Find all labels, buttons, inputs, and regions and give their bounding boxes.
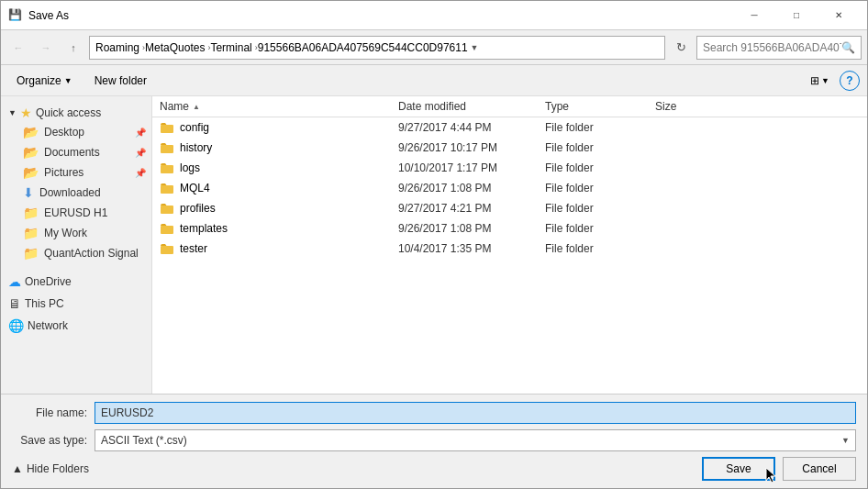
savetype-label: Save as type: — [12, 434, 95, 447]
folder-icon: 📂 — [23, 145, 39, 160]
file-date-cell: 10/10/2017 1:17 PM — [391, 161, 538, 174]
maximize-button[interactable]: □ — [775, 1, 818, 30]
folder-icon — [160, 241, 174, 256]
sidebar-thispc-header[interactable]: 🖥 This PC — [1, 291, 151, 313]
svg-rect-0 — [161, 125, 173, 133]
titlebar: 💾 Save As ─ □ ✕ — [1, 1, 867, 30]
column-type-header[interactable]: Type — [538, 100, 648, 113]
breadcrumb-guid[interactable]: 915566BA06ADA407569C544CC0D97611 ▼ — [258, 41, 479, 54]
file-date-cell: 9/26/2017 1:08 PM — [391, 222, 538, 235]
search-box: 🔍 — [696, 36, 862, 60]
svg-rect-5 — [161, 226, 173, 234]
table-row[interactable]: MQL4 9/26/2017 1:08 PM File folder — [152, 178, 867, 198]
folder-icon: 📁 — [23, 246, 39, 261]
view-chevron-icon: ▼ — [821, 76, 829, 85]
onedrive-icon: ☁ — [8, 274, 21, 289]
folder-icon — [160, 181, 174, 195]
sidebar-item-pictures[interactable]: 📂 Pictures 📌 — [1, 162, 151, 183]
svg-rect-4 — [161, 206, 173, 214]
save-button[interactable]: Save — [702, 457, 775, 481]
search-icon[interactable]: 🔍 — [841, 41, 855, 54]
view-button[interactable]: ⊞ ▼ — [806, 70, 834, 92]
bottom-bar: File name: Save as type: ASCII Text (*.c… — [1, 394, 867, 488]
table-row[interactable]: tester 10/4/2017 1:35 PM File folder — [152, 239, 867, 259]
folder-icon — [160, 120, 174, 135]
file-type-cell: File folder — [538, 141, 648, 154]
file-type-cell: File folder — [538, 182, 648, 194]
pin-icon: 📌 — [135, 148, 146, 158]
breadcrumb-dropdown-icon: ▼ — [471, 43, 479, 52]
forward-button[interactable]: → — [34, 36, 58, 60]
folder-icon — [160, 201, 174, 216]
select-arrow-icon: ▼ — [841, 436, 850, 445]
search-input[interactable] — [703, 41, 841, 54]
sidebar-item-eurusd-h1[interactable]: 📁 EURUSD H1 — [1, 203, 151, 223]
section-arrow-icon: ▼ — [8, 108, 17, 117]
organize-button[interactable]: Organize ▼ — [8, 70, 81, 92]
column-name-header[interactable]: Name ▲ — [152, 100, 391, 113]
file-type-cell: File folder — [538, 222, 648, 235]
folder-icon: 📁 — [23, 206, 39, 220]
filename-label: File name: — [12, 406, 95, 419]
sidebar-item-documents[interactable]: 📂 Documents 📌 — [1, 142, 151, 162]
sidebar-onedrive-header[interactable]: ☁ OneDrive — [1, 269, 151, 291]
up-button[interactable]: ↑ — [61, 36, 85, 60]
file-name-cell: config — [152, 120, 391, 135]
file-name-cell: MQL4 — [152, 181, 391, 195]
file-list-container: Name ▲ Date modified Type Size — [152, 96, 867, 394]
pin-icon: 📌 — [135, 168, 146, 178]
dialog-icon: 💾 — [8, 8, 23, 23]
table-row[interactable]: config 9/27/2017 4:44 PM File folder — [152, 117, 867, 138]
network-icon: 🌐 — [8, 318, 24, 333]
minimize-button[interactable]: ─ — [733, 1, 775, 30]
file-type-cell: File folder — [538, 121, 648, 134]
sort-arrow-icon: ▲ — [193, 103, 200, 111]
breadcrumb-terminal[interactable]: Terminal › — [210, 41, 257, 54]
column-date-header[interactable]: Date modified — [391, 100, 538, 113]
sidebar-quick-access-header[interactable]: ▼ ★ Quick access — [1, 100, 151, 122]
file-type-cell: File folder — [538, 161, 648, 174]
file-date-cell: 9/27/2017 4:44 PM — [391, 121, 538, 134]
breadcrumb-metaquotes[interactable]: MetaQuotes › — [145, 41, 210, 54]
table-row[interactable]: logs 10/10/2017 1:17 PM File folder — [152, 158, 867, 178]
sidebar-item-desktop[interactable]: 📂 Desktop 📌 — [1, 122, 151, 142]
file-list-header: Name ▲ Date modified Type Size — [152, 96, 867, 117]
cancel-button[interactable]: Cancel — [783, 457, 856, 481]
savetype-select[interactable]: ASCII Text (*.csv) ▼ — [95, 429, 856, 451]
sidebar-network-header[interactable]: 🌐 Network — [1, 313, 151, 335]
file-name-cell: profiles — [152, 201, 391, 216]
file-type-cell: File folder — [538, 242, 648, 255]
hide-folders-button[interactable]: ▲ Hide Folders — [12, 462, 695, 475]
main-content: ▼ ★ Quick access 📂 Desktop 📌 📂 Documents… — [1, 96, 867, 394]
cursor-icon — [764, 466, 777, 484]
sidebar-item-my-work[interactable]: 📁 My Work — [1, 223, 151, 243]
column-size-header[interactable]: Size — [648, 100, 721, 113]
folder-icon — [160, 161, 174, 175]
file-date-cell: 10/4/2017 1:35 PM — [391, 242, 538, 255]
breadcrumb-bar[interactable]: Roaming › MetaQuotes › Terminal › 915566… — [89, 36, 665, 60]
sidebar-item-downloaded[interactable]: ⬇ Downloaded — [1, 183, 151, 203]
file-name-cell: templates — [152, 221, 391, 236]
download-arrow-icon: ⬇ — [23, 185, 34, 200]
breadcrumb-roaming[interactable]: Roaming › — [95, 41, 145, 54]
file-type-cell: File folder — [538, 202, 648, 215]
filename-input[interactable] — [95, 402, 856, 424]
svg-rect-6 — [161, 246, 173, 254]
save-as-dialog: 💾 Save As ─ □ ✕ ← → ↑ Roaming › MetaQuot… — [0, 0, 868, 489]
table-row[interactable]: profiles 9/27/2017 4:21 PM File folder — [152, 198, 867, 218]
dialog-title: Save As — [28, 9, 733, 22]
refresh-button[interactable]: ↻ — [669, 36, 693, 60]
action-row: ▲ Hide Folders Save Cancel — [12, 457, 856, 481]
close-button[interactable]: ✕ — [818, 1, 860, 30]
back-button[interactable]: ← — [6, 36, 30, 60]
table-row[interactable]: templates 9/26/2017 1:08 PM File folder — [152, 218, 867, 239]
sidebar-item-quantaction-signal[interactable]: 📁 QuantAction Signal — [1, 243, 151, 263]
file-date-cell: 9/27/2017 4:21 PM — [391, 202, 538, 215]
svg-rect-3 — [161, 185, 173, 194]
new-folder-button[interactable]: New folder — [86, 70, 155, 92]
folder-icon — [160, 221, 174, 236]
help-button[interactable]: ? — [840, 71, 860, 91]
table-row[interactable]: history 9/26/2017 10:17 PM File folder — [152, 138, 867, 158]
file-date-cell: 9/26/2017 1:08 PM — [391, 182, 538, 194]
folder-icon: 📁 — [23, 226, 39, 240]
